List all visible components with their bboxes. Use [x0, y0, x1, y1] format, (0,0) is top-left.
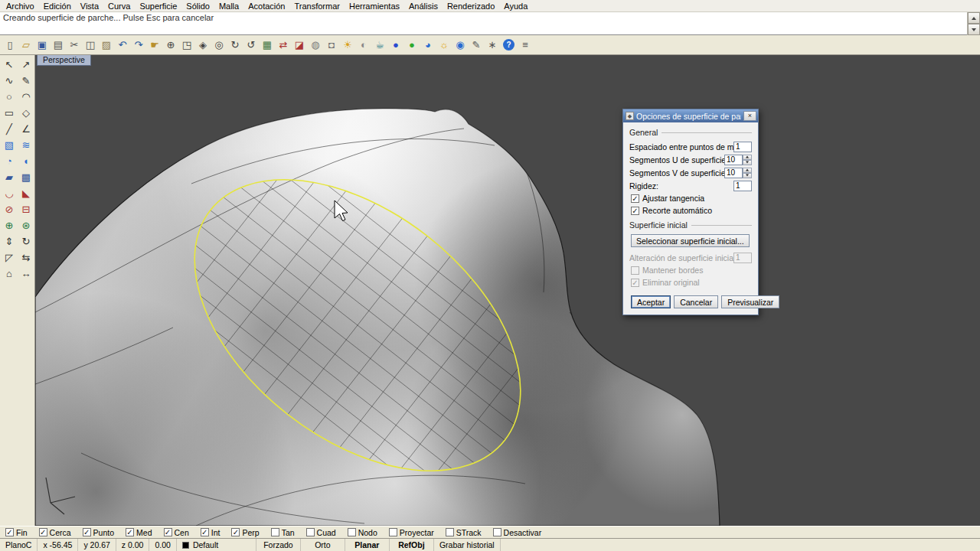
pan-hand-icon[interactable]: ☛	[147, 37, 162, 53]
help-icon[interactable]: ?	[503, 39, 514, 51]
move-icon[interactable]: ⇄	[276, 37, 291, 53]
layers-panel-icon[interactable]: ≡	[518, 37, 533, 53]
menu-superficie[interactable]: Superficie	[135, 0, 181, 12]
move-tool-icon[interactable]: ⇕	[1, 233, 18, 249]
sun-icon[interactable]: ☼	[436, 37, 452, 53]
select-brush-icon[interactable]: ↗	[18, 57, 34, 73]
menu-herramientas[interactable]: Herramientas	[345, 0, 404, 12]
select-initial-surface-button[interactable]: Seleccionar superficie inicial...	[631, 234, 750, 247]
checkbox[interactable]: ✓	[631, 194, 639, 203]
viewport-title-tab[interactable]: Perspective	[37, 55, 91, 66]
fillet-tool-icon[interactable]: ◡	[1, 185, 18, 201]
field-input[interactable]: 10	[724, 155, 743, 165]
forzado-toggle[interactable]: Forzado	[256, 539, 301, 551]
recorte-automatico-checkbox[interactable]: ✓ Recorte automático	[631, 205, 752, 216]
checkbox[interactable]	[389, 528, 397, 536]
menu-malla[interactable]: Malla	[214, 0, 243, 12]
explode-tool-icon[interactable]: ⊛	[18, 217, 34, 233]
cplane-tool-icon[interactable]: ⌂	[1, 266, 18, 282]
dialog-titlebar[interactable]: ◆ Opciones de superficie de parche ×	[623, 109, 758, 122]
hide-object-icon[interactable]: ◍	[308, 37, 323, 53]
globe-icon[interactable]: ◉	[452, 37, 468, 53]
print-icon[interactable]: ▤	[51, 37, 66, 53]
cut-icon[interactable]: ✂	[67, 37, 82, 53]
render-globe-icon[interactable]: ◕	[420, 37, 436, 53]
zoom-dynamic-icon[interactable]: ⊕	[163, 37, 178, 53]
undo-icon[interactable]: ↶	[115, 37, 130, 53]
spotlight-icon[interactable]: ◐	[356, 37, 371, 53]
menu-curva[interactable]: Curva	[103, 0, 135, 12]
arc-tool-icon[interactable]: ◠	[18, 89, 34, 105]
rectangle-tool-icon[interactable]: ▭	[1, 105, 18, 121]
render-sphere-green-icon[interactable]: ●	[404, 37, 420, 53]
zoom-extents-icon[interactable]: ◈	[195, 37, 211, 53]
spinner[interactable]	[743, 155, 752, 165]
open-folder-icon[interactable]: ▱	[18, 37, 34, 53]
checkbox[interactable]	[493, 528, 501, 536]
ajustar-tangencia-checkbox[interactable]: ✓ Ajustar tangencia	[631, 193, 752, 204]
osnap-perp[interactable]: ✓ Perp	[231, 528, 259, 537]
chamfer-tool-icon[interactable]: ◣	[18, 185, 34, 201]
osnap-int[interactable]: ✓ Int	[201, 528, 220, 537]
checkbox[interactable]	[446, 528, 454, 536]
rotate-tool-icon[interactable]: ↻	[18, 233, 34, 249]
rotate-view-icon[interactable]: ↻	[227, 37, 243, 53]
dimension-tool-icon[interactable]: ↔	[18, 266, 34, 282]
field-input[interactable]: 1	[733, 181, 752, 191]
y-coordinate[interactable]: y 20.67	[78, 539, 116, 551]
orto-toggle[interactable]: Orto	[301, 539, 345, 551]
menu-vista[interactable]: Vista	[76, 0, 103, 12]
surface-tool-icon[interactable]: ▧	[1, 137, 18, 153]
patch-tool-icon[interactable]: ▩	[18, 169, 34, 185]
spinner-down-icon[interactable]	[743, 173, 752, 178]
field-input[interactable]: 1	[733, 142, 752, 152]
mirror-tool-icon[interactable]: ⇆	[18, 249, 34, 266]
checkbox[interactable]: ✓	[231, 528, 240, 536]
osnap-desactivar[interactable]: Desactivar	[493, 528, 542, 537]
scroll-down-icon[interactable]	[968, 24, 980, 35]
perspective-viewport[interactable]: Perspective	[35, 55, 980, 526]
checkbox[interactable]	[306, 528, 315, 536]
menu-renderizado[interactable]: Renderizado	[443, 0, 499, 12]
zoom-selected-icon[interactable]: ◎	[211, 37, 227, 53]
cancelar-button[interactable]: Cancelar	[674, 295, 718, 308]
circle-tool-icon[interactable]: ○	[1, 89, 18, 105]
x-coordinate[interactable]: x -56.45	[38, 539, 78, 551]
new-file-icon[interactable]: ▯	[2, 37, 18, 53]
close-icon[interactable]: ×	[743, 111, 756, 121]
spinner-up-icon[interactable]	[743, 168, 752, 173]
command-input[interactable]	[0, 24, 980, 34]
polyline-tool-icon[interactable]: ∠	[18, 121, 34, 137]
pencil-icon[interactable]: ✎	[469, 37, 484, 53]
previsualizar-button[interactable]: Previsualizar	[721, 295, 779, 308]
save-icon[interactable]: ▣	[34, 37, 50, 53]
copy-icon[interactable]: ◫	[83, 37, 98, 53]
osnap-punto[interactable]: ✓ Punto	[83, 528, 114, 537]
curve-tool-icon[interactable]: ∿	[1, 73, 18, 89]
field-input[interactable]: 10	[724, 168, 743, 178]
checkbox[interactable]: ✓	[164, 528, 172, 536]
grabar-historial-toggle[interactable]: Grabar historial	[434, 539, 501, 551]
scale-tool-icon[interactable]: ◸	[1, 249, 18, 266]
menu-transformar[interactable]: Transformar	[289, 0, 345, 12]
select-arrow-icon[interactable]: ↖	[1, 57, 18, 73]
menu-archivo[interactable]: Archivo	[2, 0, 39, 12]
scroll-up-icon[interactable]	[968, 12, 980, 24]
sweep-tool-icon[interactable]: ◖	[18, 153, 34, 169]
zoom-window-icon[interactable]: ◳	[179, 37, 194, 53]
paste-icon[interactable]: ▨	[99, 37, 114, 53]
checkbox[interactable]	[348, 528, 356, 536]
grid-table-icon[interactable]: ▦	[260, 37, 275, 53]
menu-ayuda[interactable]: Ayuda	[499, 0, 532, 12]
lamp-icon[interactable]: ☀	[340, 37, 355, 53]
spinner-up-icon[interactable]	[743, 155, 752, 160]
menu-solido[interactable]: Sólido	[181, 0, 214, 12]
cplane-pane[interactable]: PlanoC	[0, 539, 38, 551]
osnap-fin[interactable]: ✓ Fin	[5, 528, 28, 537]
checkbox[interactable]: ✓	[39, 528, 47, 536]
layer-pane[interactable]: Default	[177, 539, 256, 551]
menu-acotacion[interactable]: Acotación	[243, 0, 289, 12]
command-scrollbar[interactable]	[967, 12, 980, 35]
osnap-tan[interactable]: Tan	[271, 528, 295, 537]
checkbox[interactable]: ✓	[631, 207, 639, 215]
